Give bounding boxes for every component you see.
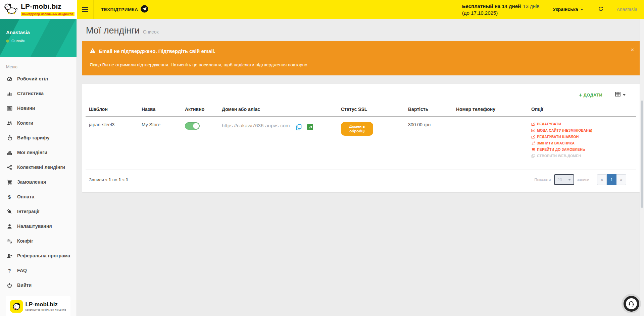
payment-icon: $ [6, 194, 13, 200]
sidebar-item-payment[interactable]: $ Оплата [0, 189, 77, 204]
brand-name: LP-mobi.biz [21, 2, 75, 10]
col-header-ssl: Статус SSL [338, 103, 405, 117]
col-header-active: Активно [182, 103, 218, 117]
topbar: LP-mobi.biz Конструктор мобильных лендин… [0, 0, 644, 19]
option-site-language[interactable]: МОВА САЙТУ (НЕЗМІНЮВАНЕ) [531, 128, 633, 132]
refresh-icon [598, 6, 604, 13]
language-selector[interactable]: Українська [551, 0, 592, 19]
option-change-owner[interactable]: ЗМІНИТИ ВЛАСНИКА [531, 141, 633, 145]
cell-template: japan-steel3 [86, 117, 138, 170]
sidebar-item-statistics[interactable]: Статистика [0, 86, 77, 101]
edit-icon [531, 122, 535, 126]
sidebar-item-label: Вийти [17, 282, 32, 288]
trial-plan: Бесплатный на 14 дней [462, 3, 521, 9]
warning-icon [90, 48, 96, 54]
sidebar-item-colleagues[interactable]: Колеги [0, 116, 77, 130]
brand-tagline: Конструктор мобильных лендингов [21, 12, 75, 16]
sidebar-item-logout[interactable]: Вийти [0, 278, 77, 293]
sidebar-footer-logo: LP-mobi.biz Конструктор мобільних лендін… [6, 296, 70, 316]
column-visibility-dropdown[interactable] [615, 92, 626, 98]
sidebar-item-referral[interactable]: Реферальна програма [0, 248, 77, 263]
main-content: Мої лендінги Список Email не підтверджен… [77, 19, 644, 316]
news-icon [6, 106, 13, 111]
cell-price: 300.00 грн [405, 117, 453, 170]
pagination-next-button[interactable]: » [616, 174, 626, 185]
chevron-down-icon [581, 9, 583, 10]
footer-brand-tagline: Конструктор мобільних лендінгів [26, 309, 66, 311]
option-edit-template[interactable]: РЕДАГУВАТИ ШАБЛОН [531, 135, 633, 139]
sidebar-item-label: Налаштування [17, 224, 52, 229]
referral-icon [6, 253, 13, 259]
table-footer: Записи з 1 по 1 з 1 Показати 20 записи «… [82, 170, 640, 192]
sidebar-item-config[interactable]: Конфіг [0, 234, 77, 248]
plus-icon: + [579, 92, 582, 98]
sidebar-item-my-landings[interactable]: Мої лендінги [0, 145, 77, 160]
alert-title: Email не підтверджено. Підтвердіть свій … [99, 48, 215, 54]
landings-icon [6, 150, 13, 155]
sidebar-item-settings[interactable]: Налаштування [0, 219, 77, 234]
col-header-domain: Домен або аліас [218, 103, 338, 117]
sidebar-item-label: FAQ [17, 268, 27, 273]
edit-template-icon [531, 135, 535, 139]
sidebar-item-label: Замовлення [17, 179, 46, 185]
support-link[interactable]: ТЕХПІДТРИМКА [94, 0, 156, 19]
integrations-icon [6, 209, 13, 214]
sidebar-item-news[interactable]: Новини [0, 101, 77, 116]
sidebar-toggle-button[interactable] [77, 0, 94, 19]
dog-mascot-icon [3, 2, 19, 16]
email-alert: Email не підтверджено. Підтвердіть свій … [82, 41, 640, 75]
alert-text: Якщо Ви не отримали підтвердження. [90, 62, 171, 67]
domain-input[interactable] [222, 122, 291, 131]
table-toolbar: + ДОДАТИ [82, 84, 640, 103]
page-title: Мої лендінги [86, 25, 140, 36]
sidebar-item-orders[interactable]: Замовлення [0, 175, 77, 189]
option-go-to-orders[interactable]: ПЕРЕЙТИ ДО ЗАМОВЛЕНЬ [531, 147, 633, 151]
landings-card: + ДОДАТИ Шаблон Назва Активно Доме [82, 84, 640, 192]
col-header-options: Опції [528, 103, 636, 117]
sidebar-item-label: Інтеграції [17, 209, 40, 214]
pagination-page-1[interactable]: 1 [607, 174, 616, 185]
orders-icon [6, 179, 13, 185]
show-label: Показати [534, 178, 551, 182]
page-size-select[interactable]: 20 [554, 174, 574, 185]
copy-icon[interactable] [296, 124, 302, 131]
tariff-icon [6, 135, 13, 141]
user-menu[interactable]: Anastasia [610, 0, 644, 19]
language-icon [531, 128, 535, 132]
pagination-prev-button[interactable]: « [597, 174, 607, 185]
sidebar: Anastasia Онлайн Меню Робочий стіл Стати… [0, 19, 77, 316]
topbar-username: Anastasia [617, 7, 637, 12]
scrollbar-track[interactable] [640, 19, 644, 316]
col-header-phone: Номер телефону [453, 103, 528, 117]
faq-icon: ? [6, 268, 13, 273]
chat-widget-ring [624, 296, 639, 312]
option-edit[interactable]: РЕДАГУВАТИ [531, 122, 633, 126]
close-icon[interactable]: × [631, 47, 634, 53]
menu-section-label: Меню [6, 65, 77, 69]
chat-widget-button[interactable] [622, 294, 641, 313]
brand-logo[interactable]: LP-mobi.biz Конструктор мобильных лендин… [0, 0, 77, 19]
table-row: japan-steel3 My Store [86, 117, 636, 170]
sidebar-item-integrations[interactable]: Інтеграції [0, 204, 77, 219]
scrollbar-thumb[interactable] [641, 101, 643, 208]
sidebar-item-dashboard[interactable]: Робочий стіл [0, 71, 77, 86]
telegram-icon [141, 5, 148, 14]
sidebar-item-collective-landings[interactable]: Колективні лендінги [0, 160, 77, 175]
sidebar-item-label: Конфіг [17, 238, 33, 244]
sidebar-item-tariff[interactable]: Вибір тарифу [0, 130, 77, 145]
sidebar-username: Anastasia [6, 29, 30, 35]
user-status: Онлайн [6, 39, 25, 43]
clone-icon [531, 154, 535, 158]
refresh-button[interactable] [592, 0, 610, 19]
sidebar-item-faq[interactable]: ? FAQ [0, 263, 77, 278]
add-landing-button[interactable]: + ДОДАТИ [579, 92, 602, 98]
pagination: « 1 » [597, 174, 626, 185]
sidebar-item-label: Колективні лендінги [17, 165, 65, 170]
hamburger-icon [82, 6, 88, 12]
active-toggle[interactable] [185, 122, 200, 130]
config-icon [6, 238, 13, 244]
sidebar-item-label: Робочий стіл [17, 76, 48, 81]
resend-confirmation-link[interactable]: Натисніть це посилання, щоб надіслати пі… [171, 62, 307, 67]
open-site-icon[interactable] [307, 124, 313, 130]
landings-table: Шаблон Назва Активно Домен або аліас Ста… [86, 103, 636, 170]
